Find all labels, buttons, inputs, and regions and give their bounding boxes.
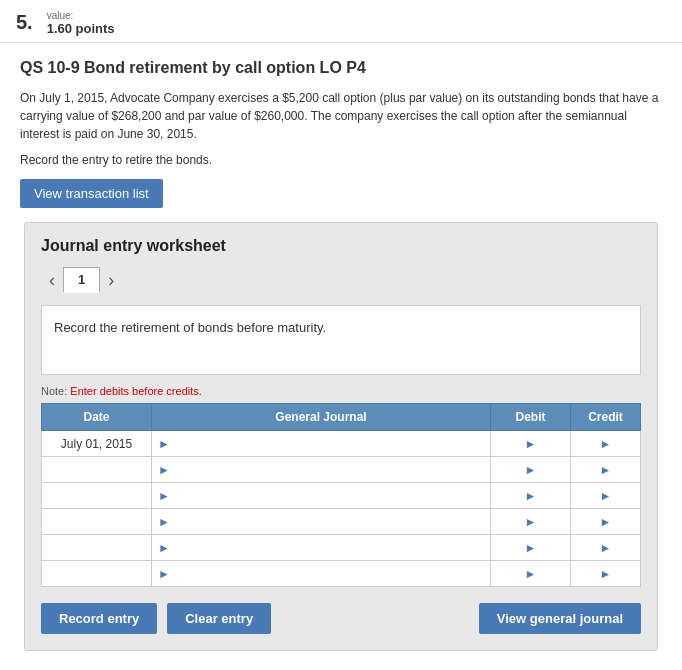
question-description: On July 1, 2015, Advocate Company exerci…	[20, 89, 662, 143]
credit-cell-3[interactable]: ►	[571, 483, 641, 509]
question-number: 5.	[16, 10, 33, 34]
date-cell-3	[42, 483, 152, 509]
date-cell-5	[42, 535, 152, 561]
table-row: ► ► ►	[42, 535, 641, 561]
instruction-text: Record the retirement of bonds before ma…	[54, 320, 326, 335]
header-general-journal: General Journal	[152, 404, 491, 431]
credit-cell-6[interactable]: ►	[571, 561, 641, 587]
credit-cell-4[interactable]: ►	[571, 509, 641, 535]
date-cell-6	[42, 561, 152, 587]
view-transaction-button[interactable]: View transaction list	[20, 179, 163, 208]
action-buttons: Record entry Clear entry View general jo…	[41, 603, 641, 634]
journal-cell-3[interactable]: ►	[152, 483, 491, 509]
credit-cell-2[interactable]: ►	[571, 457, 641, 483]
journal-cell-6[interactable]: ►	[152, 561, 491, 587]
question-points: 1.60 points	[47, 21, 115, 36]
journal-cell-5[interactable]: ►	[152, 535, 491, 561]
debit-cell-3[interactable]: ►	[491, 483, 571, 509]
header-credit: Credit	[571, 404, 641, 431]
question-prompt: Record the entry to retire the bonds.	[20, 153, 662, 167]
date-cell-2	[42, 457, 152, 483]
debit-cell-5[interactable]: ►	[491, 535, 571, 561]
tab-1[interactable]: 1	[63, 267, 100, 293]
value-label: value:	[47, 10, 115, 21]
table-row: ► ► ►	[42, 561, 641, 587]
question-body: QS 10-9 Bond retirement by call option L…	[0, 43, 682, 661]
tab-navigation: ‹ 1 ›	[41, 267, 641, 293]
journal-worksheet-title: Journal entry worksheet	[41, 237, 641, 255]
tab-prev-arrow[interactable]: ‹	[41, 268, 63, 293]
table-row: ► ► ►	[42, 509, 641, 535]
header-debit: Debit	[491, 404, 571, 431]
table-header-row: Date General Journal Debit Credit	[42, 404, 641, 431]
tab-next-arrow[interactable]: ›	[100, 268, 122, 293]
journal-table: Date General Journal Debit Credit July 0…	[41, 403, 641, 587]
record-entry-button[interactable]: Record entry	[41, 603, 157, 634]
question-title: QS 10-9 Bond retirement by call option L…	[20, 59, 662, 77]
journal-worksheet: Journal entry worksheet ‹ 1 › Record the…	[24, 222, 658, 651]
date-cell-4	[42, 509, 152, 535]
debit-cell-1[interactable]: ►	[491, 431, 571, 457]
debit-cell-4[interactable]: ►	[491, 509, 571, 535]
credit-cell-1[interactable]: ►	[571, 431, 641, 457]
instruction-box: Record the retirement of bonds before ma…	[41, 305, 641, 375]
date-cell-1: July 01, 2015	[42, 431, 152, 457]
header-date: Date	[42, 404, 152, 431]
clear-entry-button[interactable]: Clear entry	[167, 603, 271, 634]
view-general-journal-button[interactable]: View general journal	[479, 603, 641, 634]
note-label: Note:	[41, 385, 67, 397]
table-row: ► ► ►	[42, 457, 641, 483]
credit-cell-5[interactable]: ►	[571, 535, 641, 561]
journal-cell-1[interactable]: ►	[152, 431, 491, 457]
debit-cell-6[interactable]: ►	[491, 561, 571, 587]
journal-cell-4[interactable]: ►	[152, 509, 491, 535]
table-row: July 01, 2015 ► ► ►	[42, 431, 641, 457]
table-row: ► ► ►	[42, 483, 641, 509]
question-header: 5. value: 1.60 points	[0, 0, 682, 43]
note-area: Note: Enter debits before credits.	[41, 385, 641, 397]
question-meta: value: 1.60 points	[47, 10, 115, 36]
debit-cell-2[interactable]: ►	[491, 457, 571, 483]
note-content: Enter debits before credits.	[70, 385, 201, 397]
journal-cell-2[interactable]: ►	[152, 457, 491, 483]
